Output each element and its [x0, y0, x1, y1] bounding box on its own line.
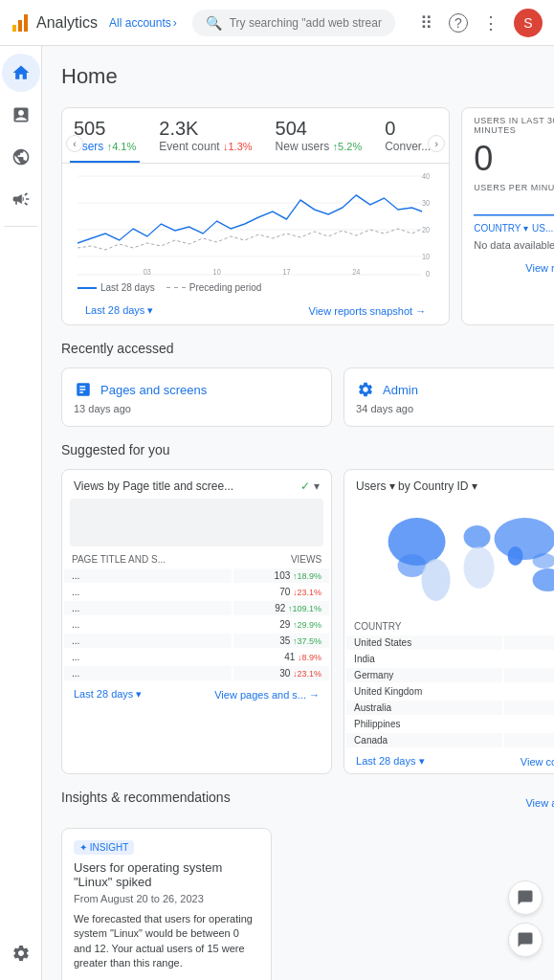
table-row: ...41 ↓8.9%: [64, 650, 329, 664]
views-more-icon[interactable]: ▾: [314, 479, 320, 493]
view-countries-link[interactable]: View countries →: [521, 756, 554, 768]
sidebar-item-reports[interactable]: [2, 96, 40, 134]
world-map: [352, 499, 554, 613]
chart-legend: Last 28 days Preceding period: [62, 278, 449, 301]
admin-link[interactable]: Admin: [383, 383, 418, 397]
insight-badge: ✦ INSIGHT: [74, 840, 134, 855]
sidebar-item-settings[interactable]: [2, 934, 40, 972]
pages-icon: [74, 380, 93, 399]
date-range-button[interactable]: Last 28 days ▾: [70, 301, 168, 324]
search-bar[interactable]: 🔍: [192, 10, 395, 36]
table-row: ...92 ↑109.1%: [64, 601, 329, 615]
svg-text:40: 40: [422, 171, 430, 181]
recently-accessed-title: Recently accessed: [61, 341, 554, 356]
svg-rect-0: [12, 25, 16, 32]
suggested-card-countries-header: Users ▾ by Country ID ▾ ✓ ▾: [344, 470, 554, 499]
pages-time: 13 days ago: [74, 403, 320, 414]
recent-card-admin[interactable]: Admin 34 days ago: [343, 368, 554, 427]
main-content: Home 💡 ‹ 505 Users ↑4.1%: [42, 46, 554, 980]
sidebar-item-advertising[interactable]: [2, 180, 40, 218]
recently-accessed-section: Recently accessed Pages and screens 13 d…: [61, 341, 554, 427]
admin-time: 34 days ago: [356, 403, 554, 414]
views-card-actions: ✓ ▾: [300, 479, 320, 493]
page: Home 💡 ‹ 505 Users ↑4.1%: [42, 46, 554, 980]
insight-date: From August 20 to 26, 2023: [74, 893, 259, 904]
search-icon: 🔍: [206, 15, 222, 31]
stats-tab-new-users[interactable]: 504 New users ↑5.2%: [272, 108, 366, 163]
search-input[interactable]: [230, 16, 382, 30]
table-row: United States148 ↑0.0%: [346, 635, 554, 650]
country-filters[interactable]: COUNTRY ▾ US... ▾: [462, 221, 554, 235]
no-data-label: No data available: [462, 235, 554, 258]
table-row: United Kingdom28 ↑33.3%: [346, 684, 554, 699]
sidebar-item-home[interactable]: [2, 54, 40, 92]
svg-text:30: 30: [422, 198, 430, 208]
suggested-card-views: Views by Page title and scree... ✓ ▾ PAG: [61, 469, 332, 774]
help-icon[interactable]: ?: [449, 13, 468, 33]
legend-current: Last 28 days: [78, 282, 155, 293]
sidebar-item-explore[interactable]: [2, 138, 40, 176]
page-header: Home 💡: [61, 61, 554, 92]
svg-text:20: 20: [422, 225, 430, 234]
page-header-actions: 💡: [545, 61, 554, 92]
chat-fab-top[interactable]: [508, 880, 543, 915]
stats-prev-button[interactable]: ‹: [66, 135, 83, 152]
account-selector[interactable]: All accounts ›: [109, 16, 177, 30]
recent-card-pages[interactable]: Pages and screens 13 days ago: [61, 368, 332, 427]
stats-tab-events[interactable]: 2.3K Event count ↓1.3%: [155, 108, 255, 163]
svg-point-23: [464, 546, 495, 589]
table-row: India55 ↑1.8%: [346, 652, 554, 666]
pages-screens-link[interactable]: Pages and screens: [100, 383, 207, 397]
legend-current-line: [78, 287, 97, 289]
countries-date-range[interactable]: Last 28 days ▾: [356, 755, 424, 768]
table-row: Australia22 ↑69.2%: [346, 701, 554, 715]
view-reports-link[interactable]: View reports snapshot →: [294, 301, 442, 324]
countries-card-title: Users ▾ by Country ID ▾: [356, 479, 477, 493]
suggested-title: Suggested for you: [61, 442, 554, 457]
suggested-card-countries: Users ▾ by Country ID ▾ ✓ ▾: [343, 469, 554, 774]
more-menu-icon[interactable]: ⋮: [476, 8, 506, 38]
svg-text:17: 17: [282, 267, 290, 277]
stats-tab-users[interactable]: 505 Users ↑4.1%: [70, 108, 140, 163]
view-pages-link[interactable]: View pages and s... →: [214, 689, 320, 701]
svg-point-26: [533, 568, 554, 591]
page-title: Home: [61, 64, 118, 89]
suggested-card-views-header: Views by Page title and scree... ✓ ▾: [62, 470, 331, 499]
svg-rect-1: [18, 20, 22, 32]
app-logo: Analytics: [11, 13, 98, 33]
views-thumbnail: [70, 499, 323, 546]
lightbulb-icon[interactable]: 💡: [545, 61, 554, 92]
table-row: Germany47 ↑13.0%: [346, 668, 554, 682]
realtime-header: USERS IN LAST 30 MINUTES ▾: [462, 108, 554, 139]
sidebar-divider: [4, 226, 36, 227]
table-row: ...35 ↑37.5%: [64, 634, 329, 648]
topbar: Analytics All accounts › 🔍 ⠿ ? ⋮ S: [0, 0, 554, 46]
svg-point-22: [464, 525, 491, 548]
table-row: Philippines17 ↑21.4%: [346, 717, 554, 731]
insight-description: We forecasted that users for operating s…: [74, 912, 259, 971]
avatar[interactable]: S: [514, 9, 543, 37]
suggested-grid: Views by Page title and scree... ✓ ▾ PAG: [61, 469, 554, 774]
stats-next-button[interactable]: ›: [428, 135, 445, 152]
layout: Home 💡 ‹ 505 Users ↑4.1%: [0, 46, 554, 980]
view-realtime-link[interactable]: View realtime →: [462, 258, 554, 281]
views-date-range[interactable]: Last 28 days ▾: [74, 688, 142, 701]
table-row: ...29 ↑29.9%: [64, 617, 329, 632]
realtime-chart: [462, 192, 554, 221]
stats-row: ‹ 505 Users ↑4.1% 2.3K Event count ↓1.3%: [61, 107, 554, 325]
chat-fab-bottom[interactable]: [508, 923, 543, 957]
admin-icon: [356, 380, 375, 399]
views-card-title: Views by Page title and scree...: [74, 479, 233, 493]
svg-text:24: 24: [352, 267, 360, 277]
table-row: Canada16 ↑11.1%: [346, 733, 554, 747]
views-table: PAGE TITLE AND S... VIEWS ...103 ↑18.9% …: [62, 550, 331, 682]
insights-header: Insights & recommendations View all Insi…: [61, 790, 554, 816]
legend-prev: Preceding period: [166, 282, 262, 293]
main-chart: 40 30 20 10 0: [62, 164, 449, 278]
view-all-insights-link[interactable]: View all Insights →: [525, 797, 554, 809]
apps-icon[interactable]: ⠿: [410, 8, 441, 38]
svg-text:10: 10: [213, 267, 221, 277]
svg-text:10: 10: [422, 252, 430, 261]
analytics-logo-icon: [11, 13, 31, 33]
stats-footer: Last 28 days ▾ View reports snapshot →: [62, 301, 449, 324]
